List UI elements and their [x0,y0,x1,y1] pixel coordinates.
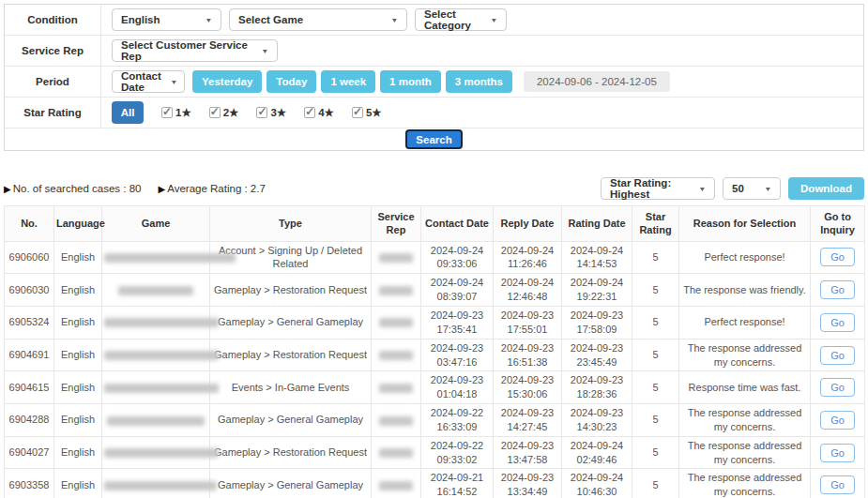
redacted-game-name [104,318,219,327]
star-3-checkbox[interactable]: 3★ [256,106,286,119]
star-4-checkbox[interactable]: 4★ [304,106,334,119]
cell-language: English [54,339,102,371]
redacted-game-name [118,286,193,295]
go-button[interactable]: Go [820,411,855,430]
redacted-game-name [104,481,217,490]
star-2-label: 2★ [223,106,239,119]
page-size-value: 50 [732,183,744,194]
cell-star-rating: 5 [632,436,679,469]
cell-go: Go [811,404,865,437]
cell-rating-date: 2024-09-23 14:30:23 [562,404,632,437]
cell-type: Gameplay > Restoration Request [210,339,372,371]
cell-contact-date: 2024-09-24 08:39:07 [421,274,494,307]
chevron-down-icon: ▼ [698,186,706,192]
average-rating-text: Average Rating : 2.7 [167,183,266,194]
cell-no: 6904615 [5,371,54,404]
date-type-select[interactable]: Contact Date ▼ [112,70,185,93]
date-range-display[interactable]: 2024-09-06 - 2024-12-05 [524,71,670,92]
cell-game [102,404,210,437]
cell-type: Gameplay > General Gameplay [210,469,372,498]
results-summary: ▶ No. of searched cases : 80 ▶ Average R… [4,183,266,194]
go-button[interactable]: Go [820,280,855,299]
star-4-label: 4★ [318,106,334,119]
chevron-down-icon: ▼ [764,186,771,192]
service-rep-select[interactable]: Select Customer Service Rep ▼ [112,39,278,62]
cell-no: 6906060 [5,241,54,274]
period-1month-button[interactable]: 1 month [380,70,441,93]
redacted-service-rep [379,481,413,490]
go-button[interactable]: Go [820,248,855,266]
cell-service-rep [372,306,421,339]
triangle-marker-icon: ▶ [4,184,11,194]
sort-select-value: Star Rating: Highest [610,177,690,200]
cell-reason: The response addressed my concerns. [679,339,811,371]
redacted-service-rep [379,253,413,263]
period-label: Period [5,67,101,97]
star-rating-all-button[interactable]: All [112,101,144,124]
go-button[interactable]: Go [820,475,855,494]
checkbox-checked-icon[interactable] [304,107,315,118]
redacted-service-rep [379,318,413,327]
table-row: 6904288 English Gameplay > General Gamep… [5,404,865,437]
go-button[interactable]: Go [820,346,855,365]
sort-select[interactable]: Star Rating: Highest ▼ [601,177,715,200]
header-service-rep: Service Rep [372,206,421,242]
star-2-checkbox[interactable]: 2★ [209,106,239,119]
chevron-down-icon: ▼ [490,17,497,23]
cell-star-rating: 5 [632,274,679,307]
cell-type: Gameplay > Restoration Request [210,436,372,469]
cell-reply-date: 2024-09-24 12:46:48 [494,274,562,307]
header-star-rating: Star Rating [632,206,679,242]
category-select[interactable]: Select Category ▼ [415,8,507,31]
go-button[interactable]: Go [820,313,855,332]
period-today-button[interactable]: Today [266,70,316,93]
go-button[interactable]: Go [820,378,855,397]
date-type-select-value: Contact Date [121,70,161,93]
star-5-label: 5★ [366,106,382,119]
header-reply-date: Reply Date [494,206,562,242]
cell-contact-date: 2024-09-23 03:47:16 [421,339,494,371]
search-button[interactable]: Search [405,129,462,149]
header-language: Language [54,206,102,242]
cell-reply-date: 2024-09-24 11:26:46 [494,241,562,274]
period-1week-button[interactable]: 1 week [321,70,375,93]
star-5-checkbox[interactable]: 5★ [352,106,382,119]
period-yesterday-button[interactable]: Yesterday [192,70,262,93]
checkbox-checked-icon[interactable] [161,107,173,118]
cell-language: English [54,404,102,437]
cell-no: 6905324 [5,306,54,339]
searched-cases-stat: ▶ No. of searched cases : 80 [4,183,142,194]
download-button[interactable]: Download [788,177,864,200]
cell-game [102,241,210,274]
game-select[interactable]: Select Game ▼ [229,8,407,31]
period-3months-button[interactable]: 3 months [446,70,512,93]
go-button[interactable]: Go [820,444,855,462]
cell-service-rep [372,241,421,274]
category-select-value: Select Category [424,8,481,31]
header-go-to-inquiry: Go to Inquiry [811,206,865,242]
cell-contact-date: 2024-09-22 16:33:09 [421,404,494,437]
cell-language: English [54,469,102,498]
checkbox-checked-icon[interactable] [256,107,267,118]
table-row: 6906060 English Account > Signing Up / D… [5,241,865,274]
filter-panel: Condition English ▼ Select Game ▼ Select… [4,4,864,151]
redacted-game-name [104,448,219,458]
language-select[interactable]: English ▼ [112,8,221,31]
checkbox-checked-icon[interactable] [352,107,363,118]
chevron-down-icon: ▼ [205,17,212,23]
cell-rating-date: 2024-09-24 19:22:31 [562,274,632,307]
cell-no: 6904288 [5,404,54,437]
header-contact-date: Contact Date [421,206,494,242]
condition-label: Condition [5,5,101,35]
redacted-game-name [104,384,219,393]
cell-go: Go [811,241,865,274]
header-game: Game [102,206,210,242]
star-1-checkbox[interactable]: 1★ [161,106,191,119]
cell-contact-date: 2024-09-24 09:33:06 [421,241,494,274]
page-size-select[interactable]: 50 ▼ [723,177,781,200]
cell-star-rating: 5 [632,339,679,371]
checkbox-checked-icon[interactable] [209,107,221,118]
cell-contact-date: 2024-09-21 16:14:52 [421,469,494,498]
cell-type: Gameplay > General Gameplay [210,404,372,437]
cell-game [102,469,210,498]
